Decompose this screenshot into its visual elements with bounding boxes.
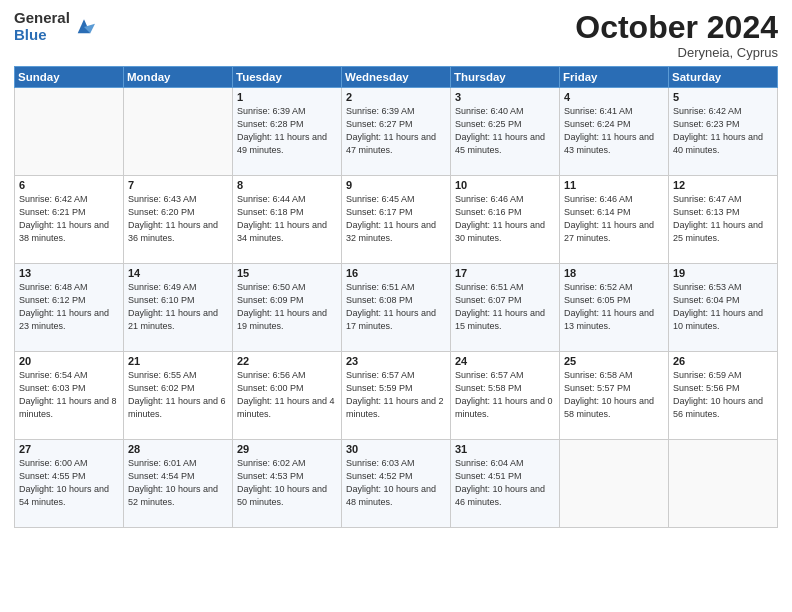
day-info: Sunrise: 6:56 AM Sunset: 6:00 PM Dayligh… (237, 369, 337, 421)
calendar-cell (560, 440, 669, 528)
calendar-cell: 14Sunrise: 6:49 AM Sunset: 6:10 PM Dayli… (124, 264, 233, 352)
day-info: Sunrise: 6:46 AM Sunset: 6:16 PM Dayligh… (455, 193, 555, 245)
day-info: Sunrise: 6:44 AM Sunset: 6:18 PM Dayligh… (237, 193, 337, 245)
day-info: Sunrise: 6:57 AM Sunset: 5:58 PM Dayligh… (455, 369, 555, 421)
calendar-week-0: 1Sunrise: 6:39 AM Sunset: 6:28 PM Daylig… (15, 88, 778, 176)
calendar-cell: 7Sunrise: 6:43 AM Sunset: 6:20 PM Daylig… (124, 176, 233, 264)
day-info: Sunrise: 6:40 AM Sunset: 6:25 PM Dayligh… (455, 105, 555, 157)
day-number: 15 (237, 267, 337, 279)
page: General Blue October 2024 Deryneia, Cypr… (0, 0, 792, 612)
day-number: 30 (346, 443, 446, 455)
day-number: 8 (237, 179, 337, 191)
day-number: 13 (19, 267, 119, 279)
calendar-cell: 30Sunrise: 6:03 AM Sunset: 4:52 PM Dayli… (342, 440, 451, 528)
day-number: 12 (673, 179, 773, 191)
calendar-cell: 29Sunrise: 6:02 AM Sunset: 4:53 PM Dayli… (233, 440, 342, 528)
calendar-cell: 10Sunrise: 6:46 AM Sunset: 6:16 PM Dayli… (451, 176, 560, 264)
month-title: October 2024 (575, 10, 778, 45)
day-number: 22 (237, 355, 337, 367)
calendar-cell: 23Sunrise: 6:57 AM Sunset: 5:59 PM Dayli… (342, 352, 451, 440)
day-info: Sunrise: 6:39 AM Sunset: 6:27 PM Dayligh… (346, 105, 446, 157)
day-number: 27 (19, 443, 119, 455)
calendar-cell (15, 88, 124, 176)
header: General Blue October 2024 Deryneia, Cypr… (14, 10, 778, 60)
day-number: 20 (19, 355, 119, 367)
day-info: Sunrise: 6:04 AM Sunset: 4:51 PM Dayligh… (455, 457, 555, 509)
day-info: Sunrise: 6:49 AM Sunset: 6:10 PM Dayligh… (128, 281, 228, 333)
calendar-cell: 24Sunrise: 6:57 AM Sunset: 5:58 PM Dayli… (451, 352, 560, 440)
day-info: Sunrise: 6:48 AM Sunset: 6:12 PM Dayligh… (19, 281, 119, 333)
day-number: 9 (346, 179, 446, 191)
day-info: Sunrise: 6:03 AM Sunset: 4:52 PM Dayligh… (346, 457, 446, 509)
day-number: 14 (128, 267, 228, 279)
calendar-cell (669, 440, 778, 528)
day-info: Sunrise: 6:46 AM Sunset: 6:14 PM Dayligh… (564, 193, 664, 245)
day-info: Sunrise: 6:42 AM Sunset: 6:23 PM Dayligh… (673, 105, 773, 157)
calendar-cell (124, 88, 233, 176)
day-number: 1 (237, 91, 337, 103)
calendar-cell: 27Sunrise: 6:00 AM Sunset: 4:55 PM Dayli… (15, 440, 124, 528)
day-number: 11 (564, 179, 664, 191)
day-info: Sunrise: 6:47 AM Sunset: 6:13 PM Dayligh… (673, 193, 773, 245)
calendar-week-1: 6Sunrise: 6:42 AM Sunset: 6:21 PM Daylig… (15, 176, 778, 264)
day-info: Sunrise: 6:53 AM Sunset: 6:04 PM Dayligh… (673, 281, 773, 333)
calendar-cell: 31Sunrise: 6:04 AM Sunset: 4:51 PM Dayli… (451, 440, 560, 528)
col-sunday: Sunday (15, 67, 124, 88)
day-number: 7 (128, 179, 228, 191)
logo: General Blue (14, 10, 95, 43)
calendar-cell: 6Sunrise: 6:42 AM Sunset: 6:21 PM Daylig… (15, 176, 124, 264)
day-number: 19 (673, 267, 773, 279)
day-number: 2 (346, 91, 446, 103)
calendar-cell: 13Sunrise: 6:48 AM Sunset: 6:12 PM Dayli… (15, 264, 124, 352)
day-number: 4 (564, 91, 664, 103)
day-number: 25 (564, 355, 664, 367)
day-number: 6 (19, 179, 119, 191)
day-info: Sunrise: 6:01 AM Sunset: 4:54 PM Dayligh… (128, 457, 228, 509)
day-number: 21 (128, 355, 228, 367)
calendar-week-2: 13Sunrise: 6:48 AM Sunset: 6:12 PM Dayli… (15, 264, 778, 352)
col-monday: Monday (124, 67, 233, 88)
calendar-cell: 18Sunrise: 6:52 AM Sunset: 6:05 PM Dayli… (560, 264, 669, 352)
day-info: Sunrise: 6:58 AM Sunset: 5:57 PM Dayligh… (564, 369, 664, 421)
day-info: Sunrise: 6:51 AM Sunset: 6:07 PM Dayligh… (455, 281, 555, 333)
day-number: 23 (346, 355, 446, 367)
logo-blue: Blue (14, 27, 70, 44)
day-info: Sunrise: 6:02 AM Sunset: 4:53 PM Dayligh… (237, 457, 337, 509)
day-number: 29 (237, 443, 337, 455)
day-number: 31 (455, 443, 555, 455)
calendar-cell: 3Sunrise: 6:40 AM Sunset: 6:25 PM Daylig… (451, 88, 560, 176)
calendar-cell: 4Sunrise: 6:41 AM Sunset: 6:24 PM Daylig… (560, 88, 669, 176)
day-info: Sunrise: 6:57 AM Sunset: 5:59 PM Dayligh… (346, 369, 446, 421)
day-info: Sunrise: 6:52 AM Sunset: 6:05 PM Dayligh… (564, 281, 664, 333)
calendar-cell: 12Sunrise: 6:47 AM Sunset: 6:13 PM Dayli… (669, 176, 778, 264)
day-info: Sunrise: 6:55 AM Sunset: 6:02 PM Dayligh… (128, 369, 228, 421)
calendar-cell: 11Sunrise: 6:46 AM Sunset: 6:14 PM Dayli… (560, 176, 669, 264)
col-tuesday: Tuesday (233, 67, 342, 88)
day-info: Sunrise: 6:42 AM Sunset: 6:21 PM Dayligh… (19, 193, 119, 245)
day-info: Sunrise: 6:59 AM Sunset: 5:56 PM Dayligh… (673, 369, 773, 421)
day-info: Sunrise: 6:00 AM Sunset: 4:55 PM Dayligh… (19, 457, 119, 509)
calendar-cell: 20Sunrise: 6:54 AM Sunset: 6:03 PM Dayli… (15, 352, 124, 440)
calendar-cell: 17Sunrise: 6:51 AM Sunset: 6:07 PM Dayli… (451, 264, 560, 352)
day-number: 16 (346, 267, 446, 279)
calendar-cell: 15Sunrise: 6:50 AM Sunset: 6:09 PM Dayli… (233, 264, 342, 352)
calendar-cell: 22Sunrise: 6:56 AM Sunset: 6:00 PM Dayli… (233, 352, 342, 440)
logo-icon (73, 16, 95, 38)
logo-text: General Blue (14, 10, 70, 43)
day-number: 17 (455, 267, 555, 279)
calendar-body: 1Sunrise: 6:39 AM Sunset: 6:28 PM Daylig… (15, 88, 778, 528)
day-info: Sunrise: 6:43 AM Sunset: 6:20 PM Dayligh… (128, 193, 228, 245)
calendar-cell: 21Sunrise: 6:55 AM Sunset: 6:02 PM Dayli… (124, 352, 233, 440)
location: Deryneia, Cyprus (575, 45, 778, 60)
day-number: 26 (673, 355, 773, 367)
day-number: 24 (455, 355, 555, 367)
day-number: 5 (673, 91, 773, 103)
calendar-week-3: 20Sunrise: 6:54 AM Sunset: 6:03 PM Dayli… (15, 352, 778, 440)
calendar-cell: 25Sunrise: 6:58 AM Sunset: 5:57 PM Dayli… (560, 352, 669, 440)
header-row: Sunday Monday Tuesday Wednesday Thursday… (15, 67, 778, 88)
day-info: Sunrise: 6:41 AM Sunset: 6:24 PM Dayligh… (564, 105, 664, 157)
logo-general: General (14, 10, 70, 27)
calendar-header: Sunday Monday Tuesday Wednesday Thursday… (15, 67, 778, 88)
calendar-cell: 2Sunrise: 6:39 AM Sunset: 6:27 PM Daylig… (342, 88, 451, 176)
calendar-cell: 8Sunrise: 6:44 AM Sunset: 6:18 PM Daylig… (233, 176, 342, 264)
